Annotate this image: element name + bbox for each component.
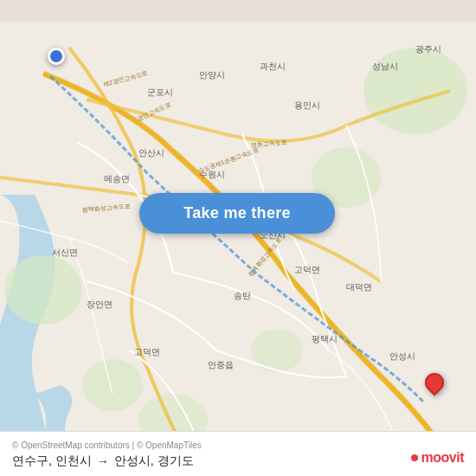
svg-text:안산시: 안산시: [138, 148, 164, 158]
route-destination: 안성시, 경기도: [114, 453, 194, 469]
take-me-there-button[interactable]: Take me there: [139, 193, 335, 234]
svg-text:광주시: 광주시: [415, 44, 441, 54]
map-container: 제2경인고속도로 경인고속도로 영동고속도로 수도권제1순환고속도로 평택화성고…: [0, 0, 476, 476]
route-arrow: →: [97, 454, 109, 468]
svg-text:안양시: 안양시: [199, 70, 225, 80]
svg-text:서신면: 서신면: [52, 248, 78, 257]
svg-text:대덕면: 대덕면: [346, 282, 372, 292]
svg-point-3: [82, 359, 143, 411]
svg-text:안성시: 안성시: [389, 351, 415, 361]
svg-text:메송면: 메송면: [104, 174, 130, 183]
svg-text:송탄: 송탄: [234, 291, 251, 300]
svg-text:군포시: 군포시: [147, 87, 173, 97]
origin-marker: [48, 48, 65, 65]
destination-marker: [425, 373, 446, 401]
svg-point-1: [363, 48, 467, 134]
svg-text:장안면: 장안면: [87, 299, 113, 309]
moovit-logo: moovit: [411, 450, 464, 466]
svg-text:과천시: 과천시: [260, 61, 286, 71]
svg-text:고덕면: 고덕면: [294, 265, 320, 274]
svg-text:수원시: 수원시: [199, 170, 225, 179]
svg-text:성남시: 성남시: [372, 61, 398, 71]
svg-text:안중읍: 안중읍: [208, 360, 234, 370]
svg-text:평택시: 평택시: [312, 334, 338, 344]
route-info: 연수구, 인천시 → 안성시, 경기도: [12, 453, 464, 469]
svg-text:용인시: 용인시: [294, 100, 320, 110]
route-origin: 연수구, 인천시: [12, 453, 92, 469]
bottom-bar: © OpenStreetMap contributors | © OpenMap…: [0, 431, 476, 476]
svg-text:고덕면: 고덕면: [134, 347, 160, 357]
map-attribution: © OpenStreetMap contributors | © OpenMap…: [12, 441, 464, 450]
moovit-dot: [411, 454, 418, 461]
svg-point-5: [251, 329, 303, 372]
moovit-brand-text: moovit: [421, 450, 464, 466]
svg-point-2: [4, 255, 82, 325]
map-svg: 제2경인고속도로 경인고속도로 영동고속도로 수도권제1순환고속도로 평택화성고…: [0, 0, 476, 476]
